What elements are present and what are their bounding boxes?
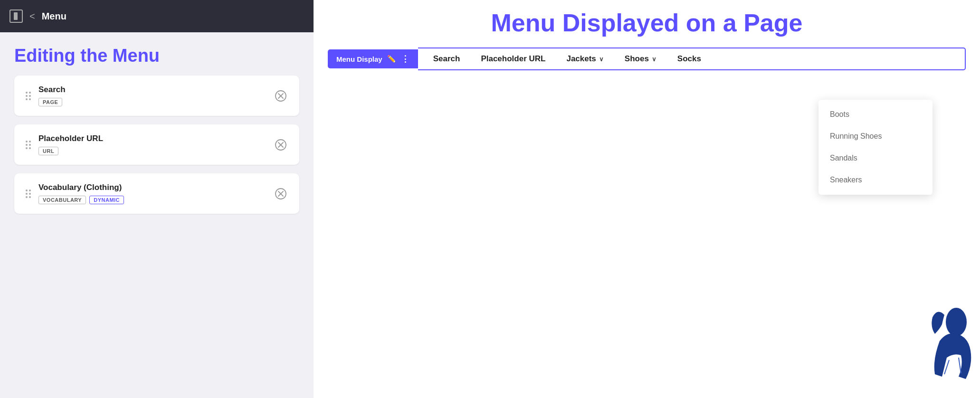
- nav-item-socks-label: Socks: [677, 54, 701, 64]
- item-tags-search: PAGE: [38, 98, 266, 106]
- dropdown-item-running-shoes[interactable]: Running Shoes: [818, 125, 932, 147]
- dropdown-item-sandals[interactable]: Sandals: [818, 147, 932, 169]
- menu-item-placeholder-url: Placeholder URL URL: [14, 124, 299, 165]
- item-info-placeholder-url: Placeholder URL URL: [38, 134, 266, 155]
- item-tags-vocabulary-clothing: VOCABULARY DYNAMIC: [38, 196, 266, 204]
- right-panel: Menu Displayed on a Page Menu Display ✏️…: [314, 0, 980, 398]
- tag-dynamic: DYNAMIC: [89, 196, 124, 204]
- drag-handle-placeholder-url[interactable]: [26, 141, 31, 149]
- tag-page: PAGE: [38, 98, 62, 106]
- nav-item-shoes-label: Shoes: [625, 54, 649, 64]
- menu-item-search: Search PAGE: [14, 76, 299, 116]
- tag-vocabulary: VOCABULARY: [38, 196, 86, 204]
- tag-url: URL: [38, 147, 58, 155]
- menu-display-bar: Menu Display ✏️ ⋮ Search Placeholder URL…: [328, 47, 966, 70]
- sidebar-toggle-button[interactable]: [10, 9, 23, 23]
- nav-item-placeholder-url-label: Placeholder URL: [481, 54, 545, 64]
- top-bar: < Menu: [0, 0, 314, 32]
- item-tags-placeholder-url: URL: [38, 147, 266, 155]
- decorative-figure: [913, 303, 980, 398]
- edit-icon[interactable]: ✏️: [387, 55, 396, 63]
- nav-item-search-label: Search: [433, 54, 460, 64]
- drag-handle-vocabulary-clothing[interactable]: [26, 190, 31, 198]
- menu-nav: Search Placeholder URL Jackets ∨ Shoes ∨…: [423, 48, 960, 69]
- menu-display-label: Menu Display: [336, 55, 382, 63]
- item-name-search: Search: [38, 85, 266, 95]
- chevron-down-icon-shoes: ∨: [652, 56, 657, 63]
- item-name-placeholder-url: Placeholder URL: [38, 134, 266, 143]
- dropdown-item-boots[interactable]: Boots: [818, 104, 932, 125]
- item-name-vocabulary-clothing: Vocabulary (Clothing): [38, 183, 266, 192]
- nav-item-jackets[interactable]: Jackets ∨: [556, 48, 614, 69]
- menu-display-label-tab[interactable]: Menu Display ✏️ ⋮: [328, 49, 418, 68]
- editing-title: Editing the Menu: [0, 32, 314, 76]
- menu-nav-container: Search Placeholder URL Jackets ∨ Shoes ∨…: [418, 47, 966, 70]
- left-panel: < Menu Editing the Menu Search PAGE: [0, 0, 314, 398]
- item-info-search: Search PAGE: [38, 85, 266, 106]
- back-button[interactable]: <: [29, 11, 35, 22]
- nav-item-placeholder-url[interactable]: Placeholder URL: [470, 48, 556, 69]
- menu-items-list: Search PAGE Placeholder URL: [0, 76, 314, 214]
- drag-handle-search[interactable]: [26, 92, 31, 100]
- chevron-down-icon-jackets: ∨: [599, 56, 604, 63]
- dots-icon[interactable]: ⋮: [401, 54, 409, 64]
- top-bar-title: Menu: [42, 11, 67, 22]
- remove-placeholder-url-button[interactable]: [274, 138, 288, 152]
- nav-item-shoes[interactable]: Shoes ∨: [614, 48, 667, 69]
- remove-vocabulary-clothing-button[interactable]: [274, 187, 288, 201]
- nav-item-search[interactable]: Search: [423, 48, 471, 69]
- item-info-vocabulary-clothing: Vocabulary (Clothing) VOCABULARY DYNAMIC: [38, 183, 266, 204]
- nav-item-jackets-label: Jackets: [566, 54, 596, 64]
- remove-search-button[interactable]: [274, 89, 288, 103]
- page-title: Menu Displayed on a Page: [314, 0, 980, 47]
- svg-point-9: [946, 308, 967, 336]
- menu-item-vocabulary-clothing: Vocabulary (Clothing) VOCABULARY DYNAMIC: [14, 173, 299, 214]
- dropdown-item-sneakers[interactable]: Sneakers: [818, 169, 932, 191]
- svg-line-11: [959, 358, 961, 373]
- shoes-dropdown-menu: Boots Running Shoes Sandals Sneakers: [818, 100, 932, 195]
- nav-item-socks[interactable]: Socks: [667, 48, 712, 69]
